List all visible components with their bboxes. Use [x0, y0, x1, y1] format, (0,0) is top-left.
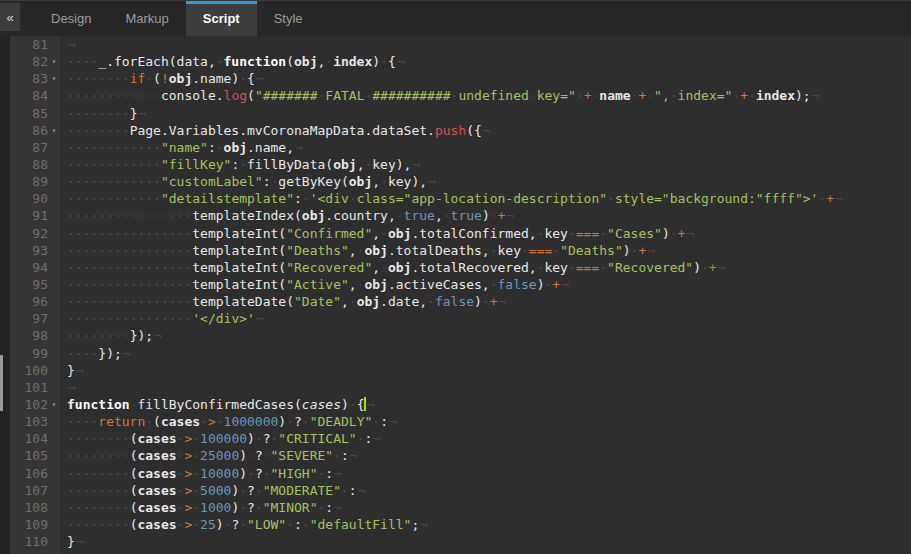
tab-script[interactable]: Script: [186, 1, 257, 36]
code-line-content: ················templateDate("Date",·obj…: [60, 293, 506, 310]
code-line[interactable]: 101¬: [10, 379, 911, 396]
code-line[interactable]: 85········}¬: [10, 105, 911, 122]
code-line-content: ········(cases·>·25)·?·"LOW"·:·"defaultF…: [60, 516, 428, 533]
fold-spacer: [48, 413, 60, 430]
fold-spacer: [48, 156, 60, 173]
line-number: 109: [10, 516, 48, 533]
end-of-line-mark: ¬: [256, 311, 264, 326]
code-line[interactable]: 105········(cases·>·25000)·?·"SEVERE"·:¬: [10, 447, 911, 464]
code-line[interactable]: 107········(cases·>·5000)·?·"MODERATE"·:…: [10, 482, 911, 499]
code-line-content: ········if·(!obj.name)·{¬: [60, 70, 264, 87]
line-number: 108: [10, 499, 48, 516]
code-line[interactable]: 97················'</div>'¬: [10, 310, 911, 327]
line-number: 98: [10, 327, 48, 344]
end-of-line-mark: ¬: [68, 37, 76, 52]
line-number: 104: [10, 430, 48, 447]
end-of-line-mark: ¬: [68, 380, 76, 395]
end-of-line-mark: ¬: [561, 277, 569, 292]
line-number: 85: [10, 105, 48, 122]
code-line[interactable]: 84············console.log("#######·FATAL…: [10, 87, 911, 104]
fold-spacer: [48, 207, 60, 224]
end-of-line-mark: ¬: [686, 226, 694, 241]
tab-design[interactable]: Design: [34, 1, 108, 36]
line-number: 95: [10, 276, 48, 293]
collapse-panel-button[interactable]: «: [0, 3, 20, 31]
collapsed-sidebar-strip: [0, 36, 10, 554]
end-of-line-mark: ¬: [389, 414, 397, 429]
code-line-content: ········(cases·>·25000)·?·"SEVERE"·:¬: [60, 447, 358, 464]
fold-spacer: [48, 482, 60, 499]
end-of-line-mark: ¬: [499, 294, 507, 309]
fold-arrow-icon[interactable]: ▾: [48, 53, 60, 70]
tab-style[interactable]: Style: [257, 1, 320, 36]
code-line[interactable]: 100}¬: [10, 362, 911, 379]
fold-spacer: [48, 379, 60, 396]
end-of-line-mark: ¬: [483, 123, 491, 138]
code-line[interactable]: 110}¬: [10, 533, 911, 550]
code-line[interactable]: 86▾········Page.Variables.mvCoronaMapDat…: [10, 122, 911, 139]
code-line-content: ········Page.Variables.mvCoronaMapData.d…: [60, 122, 491, 139]
fold-spacer: [48, 362, 60, 379]
fold-spacer: [48, 430, 60, 447]
line-number: 107: [10, 482, 48, 499]
code-line[interactable]: 92················templateInt("Confirmed…: [10, 225, 911, 242]
code-line[interactable]: 90············"detailstemplate":·'<div·c…: [10, 190, 911, 207]
line-number: 101: [10, 379, 48, 396]
code-line[interactable]: 108········(cases·>·1000)·?·"MINOR"·:¬: [10, 499, 911, 516]
code-rows: 81¬82▾····_.forEach(data,·function(obj,·…: [10, 36, 911, 554]
code-line[interactable]: 103····return·(cases·>·1000000)·?·"DEADL…: [10, 413, 911, 430]
code-line[interactable]: 99····});¬: [10, 345, 911, 362]
fold-spacer: [48, 310, 60, 327]
fold-arrow-icon[interactable]: ▾: [48, 396, 60, 413]
code-line[interactable]: 94················templateInt("Recovered…: [10, 259, 911, 276]
end-of-line-mark: ¬: [367, 397, 375, 412]
code-line-content: ····return·(cases·>·1000000)·?·"DEADLY"·…: [60, 413, 397, 430]
fold-spacer: [48, 259, 60, 276]
end-of-line-mark: ¬: [647, 243, 655, 258]
line-number: 81: [10, 36, 48, 53]
end-of-line-mark: ¬: [812, 88, 820, 103]
line-number: 91: [10, 207, 48, 224]
fold-spacer: [48, 465, 60, 482]
fold-spacer: [48, 550, 60, 554]
code-line-content: ············"detailstemplate":·'<div·cla…: [60, 190, 843, 207]
code-line[interactable]: 83▾········if·(!obj.name)·{¬: [10, 70, 911, 87]
editor-body: 81¬82▾····_.forEach(data,·function(obj,·…: [0, 36, 911, 554]
line-number: 111: [10, 550, 48, 554]
code-line[interactable]: 91················templateIndex(obj.coun…: [10, 207, 911, 224]
end-of-line-mark: ¬: [835, 191, 843, 206]
tab-markup[interactable]: Markup: [108, 1, 185, 36]
code-line[interactable]: 88············"fillKey":·fillByData(obj,…: [10, 156, 911, 173]
end-of-line-mark: ¬: [123, 346, 131, 361]
code-line-content: ················'</div>'¬: [60, 310, 264, 327]
code-line[interactable]: 98········});¬: [10, 327, 911, 344]
code-line[interactable]: 111¬: [10, 550, 911, 554]
end-of-line-mark: ¬: [350, 448, 358, 463]
code-line[interactable]: 93················templateInt("Deaths",·…: [10, 242, 911, 259]
code-line[interactable]: 102▾function·fillByConfirmedCases(cases)…: [10, 396, 911, 413]
fold-arrow-icon[interactable]: ▾: [48, 122, 60, 139]
line-number: 86: [10, 122, 48, 139]
end-of-line-mark: ¬: [428, 174, 436, 189]
code-editor[interactable]: 81¬82▾····_.forEach(data,·function(obj,·…: [10, 36, 911, 554]
fold-arrow-icon[interactable]: ▾: [48, 70, 60, 87]
code-line[interactable]: 81¬: [10, 36, 911, 53]
end-of-line-mark: ¬: [154, 328, 162, 343]
end-of-line-mark: ¬: [256, 71, 264, 86]
code-line[interactable]: 89············"customLabel":·getByKey(ob…: [10, 173, 911, 190]
code-line[interactable]: 109········(cases·>·25)·?·"LOW"·:·"defau…: [10, 516, 911, 533]
code-line[interactable]: 104········(cases·>·100000)·?·"CRITICAL"…: [10, 430, 911, 447]
code-line-content: ················templateInt("Recovered",…: [60, 259, 726, 276]
left-scrollbar-thumb[interactable]: [0, 355, 3, 411]
code-line-content: ········(cases·>·100000)·?·"CRITICAL"·:¬: [60, 430, 381, 447]
code-line-content: ················templateIndex(obj.countr…: [60, 207, 514, 224]
line-number: 96: [10, 293, 48, 310]
code-line[interactable]: 82▾····_.forEach(data,·function(obj,·ind…: [10, 53, 911, 70]
code-line[interactable]: 106········(cases·>·10000)·?·"HIGH"·:¬: [10, 465, 911, 482]
line-number: 82: [10, 53, 48, 70]
line-number: 93: [10, 242, 48, 259]
code-line[interactable]: 95················templateInt("Active",·…: [10, 276, 911, 293]
code-line[interactable]: 87············"name":·obj.name,¬: [10, 139, 911, 156]
fold-spacer: [48, 173, 60, 190]
code-line[interactable]: 96················templateDate("Date",·o…: [10, 293, 911, 310]
